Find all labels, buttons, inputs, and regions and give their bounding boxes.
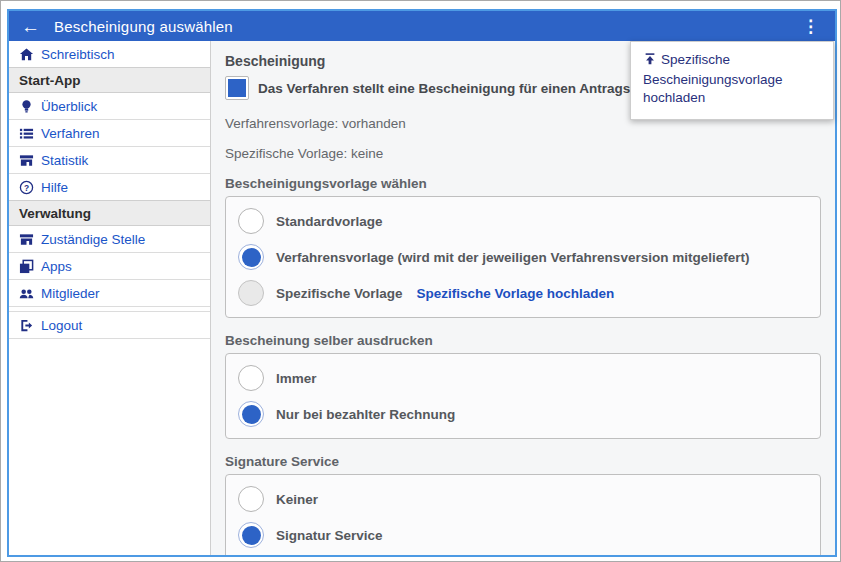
list-icon [19, 126, 41, 141]
sidebar-section-label: Start-App [19, 73, 81, 88]
radio-option-verfahrensvorlage: Verfahrensvorlage (wird mit der jeweilig… [238, 239, 808, 275]
group-signature-service: Signature Service Keiner Signatur Servic… [225, 454, 821, 555]
sidebar-item-hilfe[interactable]: ? Hilfe [9, 174, 210, 201]
radio-group-box: Keiner Signatur Service [225, 474, 821, 555]
radio-button[interactable] [238, 486, 264, 512]
sidebar-item-verfahren[interactable]: Verfahren [9, 120, 210, 147]
group-label: Bescheinung selber ausdrucken [225, 333, 821, 348]
sidebar-item-label: Überblick [41, 99, 97, 114]
radio-label: Nur bei bezahlter Rechnung [276, 407, 455, 422]
sidebar-item-apps[interactable]: Apps [9, 253, 210, 280]
svg-text:?: ? [24, 182, 29, 192]
radio-option-standardvorlage: Standardvorlage [238, 203, 808, 239]
radio-option-keiner: Keiner [238, 481, 808, 517]
members-icon [19, 286, 41, 301]
help-icon: ? [19, 180, 41, 195]
store-icon [19, 153, 41, 168]
upload-template-link[interactable]: Spezifische Vorlage hochladen [417, 286, 615, 301]
sidebar-item-ueberblick[interactable]: Überblick [9, 93, 210, 120]
store-icon [19, 232, 41, 247]
group-selber-ausdrucken: Bescheinung selber ausdrucken Immer Nur … [225, 333, 821, 439]
sidebar-section-label: Verwaltung [19, 206, 91, 221]
group-label: Bescheinigungsvorlage wählen [225, 176, 821, 191]
page-title: Bescheinigung auswählen [54, 18, 233, 35]
sidebar-item-label: Statistik [41, 153, 88, 168]
radio-label: Immer [276, 371, 317, 386]
radio-button-selected[interactable] [238, 401, 264, 427]
sidebar-item-label: Logout [41, 318, 82, 333]
sidebar-item-schreibtisch[interactable]: Schreibtisch [9, 41, 210, 68]
logout-icon [19, 318, 41, 333]
upload-icon [643, 52, 657, 71]
radio-option-immer: Immer [238, 360, 808, 396]
sidebar-item-label: Schreibtisch [41, 47, 115, 62]
sidebar-item-mitglieder[interactable]: Mitglieder [9, 280, 210, 307]
radio-button-selected[interactable] [238, 244, 264, 270]
radio-label: Standardvorlage [276, 214, 383, 229]
lightbulb-icon [19, 99, 41, 114]
radio-label: Signatur Service [276, 528, 383, 543]
radio-label: Spezifische Vorlage [276, 286, 403, 301]
radio-label: Keiner [276, 492, 318, 507]
sidebar-section-start-app: Start-App [9, 67, 210, 93]
radio-group-box: Immer Nur bei bezahlter Rechnung [225, 353, 821, 439]
group-bescheinigungsvorlage: Bescheinigungsvorlage wählen Standardvor… [225, 176, 821, 318]
apps-icon [19, 259, 41, 274]
info-spezifische-vorlage: Spezifische Vorlage: keine [225, 146, 821, 161]
sidebar-item-label: Verfahren [41, 126, 100, 141]
certificate-checkbox-label: Das Verfahren stellt eine Bescheinigung … [258, 81, 690, 96]
home-icon [19, 47, 41, 62]
sidebar-item-label: Mitglieder [41, 286, 100, 301]
radio-button-disabled[interactable] [238, 280, 264, 306]
header-menu-dropdown: Spezifische Bescheinigungsvorlage hochla… [630, 41, 834, 120]
radio-group-box: Standardvorlage Verfahrensvorlage (wird … [225, 196, 821, 318]
radio-button-selected[interactable] [238, 522, 264, 548]
sidebar-item-label: Zuständige Stelle [41, 232, 145, 247]
sidebar-item-statistik[interactable]: Statistik [9, 147, 210, 174]
sidebar-item-label: Hilfe [41, 180, 68, 195]
back-arrow-icon[interactable]: ← [21, 17, 40, 36]
sidebar-nav: Schreibtisch Start-App Überblick Verfahr… [9, 41, 211, 555]
radio-button[interactable] [238, 365, 264, 391]
menu-item-label: Spezifische Bescheinigungsvorlage hochla… [643, 52, 783, 105]
group-label: Signature Service [225, 454, 821, 469]
radio-button[interactable] [238, 208, 264, 234]
app-container: ← Bescheinigung auswählen ⋮ Spezifische … [7, 9, 837, 557]
window-frame: ← Bescheinigung auswählen ⋮ Spezifische … [0, 0, 841, 562]
sidebar-item-zustaendige-stelle[interactable]: Zuständige Stelle [9, 226, 210, 253]
radio-option-signatur-service: Signatur Service [238, 517, 808, 553]
radio-option-spezifische-vorlage: Spezifische Vorlage Spezifische Vorlage … [238, 275, 808, 311]
app-header: ← Bescheinigung auswählen ⋮ [9, 11, 835, 41]
certificate-checkbox[interactable] [225, 76, 249, 100]
checkbox-checked-fill [228, 79, 246, 97]
sidebar-item-logout[interactable]: Logout [9, 312, 210, 339]
radio-option-nur-bei-bezahlter-rechnung: Nur bei bezahlter Rechnung [238, 396, 808, 432]
menu-item-upload-template[interactable]: Spezifische Bescheinigungsvorlage hochla… [643, 51, 821, 108]
sidebar-item-label: Apps [41, 259, 72, 274]
sidebar-section-verwaltung: Verwaltung [9, 200, 210, 226]
kebab-menu-icon[interactable]: ⋮ [798, 16, 823, 37]
radio-label: Verfahrensvorlage (wird mit der jeweilig… [276, 250, 749, 265]
